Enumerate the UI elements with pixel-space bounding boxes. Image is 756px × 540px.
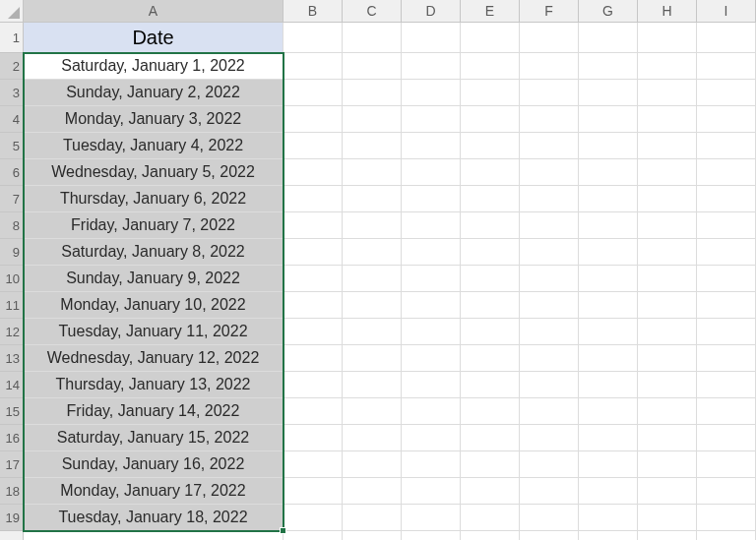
cell-E2[interactable] xyxy=(461,53,520,80)
cell-I8[interactable] xyxy=(697,212,756,239)
cell-E9[interactable] xyxy=(461,239,520,266)
cell-I19[interactable] xyxy=(697,505,756,531)
cell-G1[interactable] xyxy=(579,23,638,53)
cell-B19[interactable] xyxy=(284,505,343,531)
cell-C4[interactable] xyxy=(343,106,402,133)
cell-C3[interactable] xyxy=(343,80,402,106)
cell-H10[interactable] xyxy=(638,266,697,292)
select-all-corner[interactable] xyxy=(0,0,24,23)
cell-F16[interactable] xyxy=(520,425,579,451)
cell-E14[interactable] xyxy=(461,372,520,398)
cell-I18[interactable] xyxy=(697,478,756,505)
cell-B20[interactable] xyxy=(284,531,343,540)
cell-A4[interactable]: Monday, January 3, 2022 xyxy=(24,106,284,133)
cell-H15[interactable] xyxy=(638,398,697,425)
cell-H9[interactable] xyxy=(638,239,697,266)
row-header-7[interactable]: 7 xyxy=(0,186,24,212)
cell-F7[interactable] xyxy=(520,186,579,212)
cell-A15[interactable]: Friday, January 14, 2022 xyxy=(24,398,284,425)
cell-G4[interactable] xyxy=(579,106,638,133)
cell-B9[interactable] xyxy=(284,239,343,266)
cell-F13[interactable] xyxy=(520,345,579,372)
cell-I20[interactable] xyxy=(697,531,756,540)
column-header-i[interactable]: I xyxy=(697,0,756,23)
cell-D17[interactable] xyxy=(402,451,461,478)
cell-E17[interactable] xyxy=(461,451,520,478)
row-header-20[interactable]: 20 xyxy=(0,531,24,540)
column-header-a[interactable]: A xyxy=(24,0,284,23)
cell-G14[interactable] xyxy=(579,372,638,398)
cell-F4[interactable] xyxy=(520,106,579,133)
cell-C6[interactable] xyxy=(343,159,402,186)
cell-F9[interactable] xyxy=(520,239,579,266)
cell-D2[interactable] xyxy=(402,53,461,80)
cell-F12[interactable] xyxy=(520,319,579,345)
cell-D14[interactable] xyxy=(402,372,461,398)
cell-C9[interactable] xyxy=(343,239,402,266)
cell-F18[interactable] xyxy=(520,478,579,505)
cell-G3[interactable] xyxy=(579,80,638,106)
cell-A16[interactable]: Saturday, January 15, 2022 xyxy=(24,425,284,451)
cell-A14[interactable]: Thursday, January 13, 2022 xyxy=(24,372,284,398)
cell-B2[interactable] xyxy=(284,53,343,80)
cell-I13[interactable] xyxy=(697,345,756,372)
row-header-11[interactable]: 11 xyxy=(0,292,24,319)
cell-C16[interactable] xyxy=(343,425,402,451)
row-header-19[interactable]: 19 xyxy=(0,505,24,531)
spreadsheet[interactable]: ABCDEFGHI 123456789101112131415161718192… xyxy=(0,0,756,540)
cell-C11[interactable] xyxy=(343,292,402,319)
cell-G18[interactable] xyxy=(579,478,638,505)
cell-A11[interactable]: Monday, January 10, 2022 xyxy=(24,292,284,319)
cell-H12[interactable] xyxy=(638,319,697,345)
cell-E13[interactable] xyxy=(461,345,520,372)
cell-F11[interactable] xyxy=(520,292,579,319)
cell-I9[interactable] xyxy=(697,239,756,266)
cell-G9[interactable] xyxy=(579,239,638,266)
cell-E6[interactable] xyxy=(461,159,520,186)
cell-C14[interactable] xyxy=(343,372,402,398)
cell-C18[interactable] xyxy=(343,478,402,505)
cell-A3[interactable]: Sunday, January 2, 2022 xyxy=(24,80,284,106)
cell-D16[interactable] xyxy=(402,425,461,451)
row-header-9[interactable]: 9 xyxy=(0,239,24,266)
cell-B1[interactable] xyxy=(284,23,343,53)
cell-C12[interactable] xyxy=(343,319,402,345)
column-header-b[interactable]: B xyxy=(284,0,343,23)
cell-B3[interactable] xyxy=(284,80,343,106)
cell-B16[interactable] xyxy=(284,425,343,451)
row-header-5[interactable]: 5 xyxy=(0,133,24,159)
cell-E5[interactable] xyxy=(461,133,520,159)
cell-D13[interactable] xyxy=(402,345,461,372)
row-header-2[interactable]: 2 xyxy=(0,53,24,80)
cell-I17[interactable] xyxy=(697,451,756,478)
cell-F15[interactable] xyxy=(520,398,579,425)
cell-B5[interactable] xyxy=(284,133,343,159)
cell-H19[interactable] xyxy=(638,505,697,531)
row-header-17[interactable]: 17 xyxy=(0,451,24,478)
cell-H20[interactable] xyxy=(638,531,697,540)
cell-F10[interactable] xyxy=(520,266,579,292)
cell-G6[interactable] xyxy=(579,159,638,186)
cell-A8[interactable]: Friday, January 7, 2022 xyxy=(24,212,284,239)
cell-G17[interactable] xyxy=(579,451,638,478)
cell-B4[interactable] xyxy=(284,106,343,133)
cell-G11[interactable] xyxy=(579,292,638,319)
cell-A12[interactable]: Tuesday, January 11, 2022 xyxy=(24,319,284,345)
column-header-d[interactable]: D xyxy=(402,0,461,23)
cell-H14[interactable] xyxy=(638,372,697,398)
cell-I12[interactable] xyxy=(697,319,756,345)
cell-G16[interactable] xyxy=(579,425,638,451)
cell-D20[interactable] xyxy=(402,531,461,540)
cell-D7[interactable] xyxy=(402,186,461,212)
cell-D11[interactable] xyxy=(402,292,461,319)
cell-H16[interactable] xyxy=(638,425,697,451)
cell-G12[interactable] xyxy=(579,319,638,345)
row-header-16[interactable]: 16 xyxy=(0,425,24,451)
cell-B15[interactable] xyxy=(284,398,343,425)
cell-C2[interactable] xyxy=(343,53,402,80)
cell-D8[interactable] xyxy=(402,212,461,239)
cell-B7[interactable] xyxy=(284,186,343,212)
cell-A13[interactable]: Wednesday, January 12, 2022 xyxy=(24,345,284,372)
cell-G5[interactable] xyxy=(579,133,638,159)
cell-F8[interactable] xyxy=(520,212,579,239)
